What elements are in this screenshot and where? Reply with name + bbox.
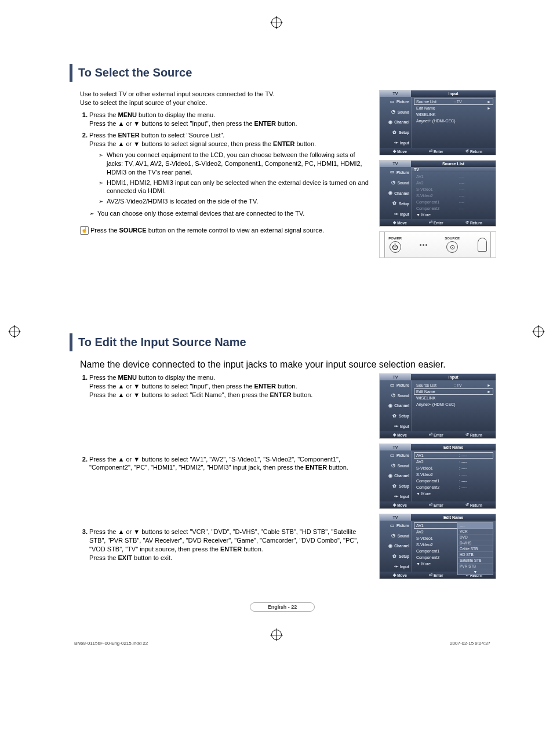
osd-edit-name-dropdown: TV Edit Name ▭Picture ◔Sound ◉Channel ✿S… xyxy=(379,514,496,579)
power-button-icon: ⏻ xyxy=(390,241,401,253)
sound-icon: ◔ xyxy=(391,109,396,115)
picture-icon: ▭ xyxy=(390,99,395,105)
setup-icon: ✿ xyxy=(392,130,398,136)
outer-note: You can choose only those external devic… xyxy=(89,209,372,218)
registration-mark-icon xyxy=(271,17,282,28)
subnote: When you connect equipment to the LCD, y… xyxy=(99,151,372,177)
step-3: Press the ▲ or ▼ buttons to select "VCR"… xyxy=(89,528,372,562)
osd-input-menu-edit: TV Input ▭Picture ◔Sound ◉Channel ✿Setup… xyxy=(379,373,496,439)
osd-edit-name-list: TV Edit Name ▭Picture ◔Sound ◉Channel ✿S… xyxy=(379,444,496,509)
intro-text: Name the device connected to the input j… xyxy=(80,359,495,370)
registration-mark-icon xyxy=(533,326,544,337)
osd-source-list: TV Source List ▭Picture ◔Sound ◉Channel … xyxy=(379,160,496,227)
remote-icon: ☝ xyxy=(80,226,89,235)
section-heading: To Select the Source xyxy=(70,64,495,82)
registration-mark-icon xyxy=(271,630,282,640)
section-heading: To Edit the Input Source Name xyxy=(70,333,495,351)
step-2: Press the ▲ or ▼ buttons to select "AV1"… xyxy=(89,455,372,525)
enter-hint: ⏎ Enter xyxy=(429,149,443,154)
osd-input-menu: TV Input ▭Picture ◔Sound ◉Channel ✿Setup… xyxy=(379,90,496,155)
subnote: AV2/S-Video2/HDMI3 is located on the sid… xyxy=(99,197,372,206)
intro-text: Use to select TV or other external input… xyxy=(80,90,372,107)
channel-icon: ◉ xyxy=(387,119,393,125)
remote-tip: ☝ Press the SOURCE button on the remote … xyxy=(80,226,372,235)
registration-mark-icon xyxy=(9,326,20,337)
move-hint: ◆ Move xyxy=(393,149,407,154)
input-icon: ⬰ xyxy=(393,140,399,146)
step-1: Press the MENU button to display the men… xyxy=(89,373,372,452)
source-button-icon: ⊙ xyxy=(446,241,458,253)
return-hint: ↺ Return xyxy=(465,149,482,154)
name-dropdown: ---- VCR DVD D-VHS Cable STB HD STB Sate… xyxy=(457,522,493,575)
step-2: Press the ENTER button to select "Source… xyxy=(89,131,372,206)
subnote: HDMI1, HDMI2, HDMI3 input can only be se… xyxy=(99,179,372,196)
step-1: Press the MENU button to display the men… xyxy=(89,111,372,128)
remote-control-figure: POWER ⏻ SOURCE ⊙ xyxy=(379,231,496,258)
print-footer: BN68-01156F-00-Eng-0215.indd 22 2007-02-… xyxy=(70,641,495,646)
page-number-pill: English - 22 xyxy=(250,602,315,612)
